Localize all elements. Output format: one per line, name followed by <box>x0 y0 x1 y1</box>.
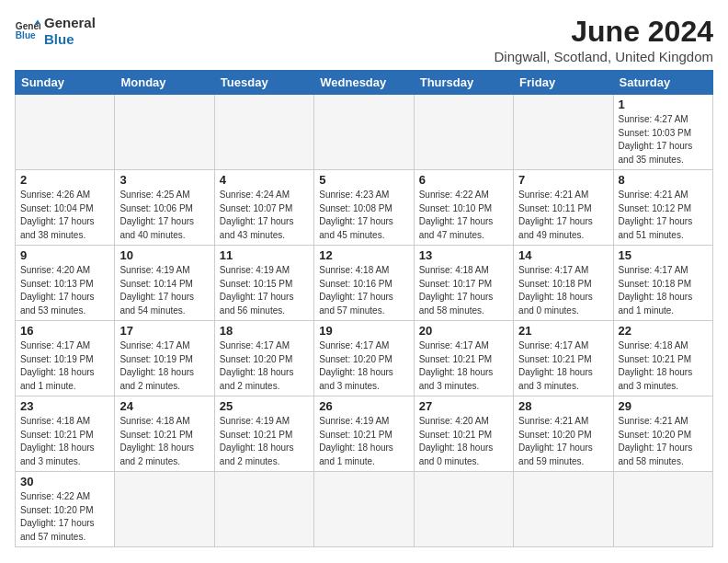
calendar-day-cell <box>115 472 214 547</box>
calendar-day-cell: 6Sunrise: 4:22 AM Sunset: 10:10 PM Dayli… <box>414 170 513 246</box>
day-number: 25 <box>220 399 309 413</box>
calendar-day-cell: 5Sunrise: 4:23 AM Sunset: 10:08 PM Dayli… <box>314 170 414 246</box>
calendar-day-cell: 20Sunrise: 4:17 AM Sunset: 10:21 PM Dayl… <box>414 321 513 396</box>
day-number: 9 <box>20 248 109 262</box>
calendar-week-row: 2Sunrise: 4:26 AM Sunset: 10:04 PM Dayli… <box>16 170 713 246</box>
day-info: Sunrise: 4:18 AM Sunset: 10:21 PM Daylig… <box>619 339 708 393</box>
calendar-day-cell <box>214 95 313 170</box>
day-info: Sunrise: 4:17 AM Sunset: 10:20 PM Daylig… <box>319 339 408 393</box>
day-number: 10 <box>119 248 209 262</box>
day-info: Sunrise: 4:17 AM Sunset: 10:18 PM Daylig… <box>518 264 608 317</box>
svg-text:Blue: Blue <box>16 30 36 40</box>
day-info: Sunrise: 4:25 AM Sunset: 10:06 PM Daylig… <box>119 189 209 242</box>
day-number: 23 <box>20 399 109 413</box>
day-info: Sunrise: 4:27 AM Sunset: 10:03 PM Daylig… <box>619 113 708 167</box>
column-header-sunday: Sunday <box>16 71 115 95</box>
column-header-friday: Friday <box>514 71 613 95</box>
calendar-day-cell <box>214 472 313 547</box>
day-number: 20 <box>419 324 508 338</box>
calendar-day-cell: 14Sunrise: 4:17 AM Sunset: 10:18 PM Dayl… <box>514 246 613 321</box>
calendar-day-cell: 16Sunrise: 4:17 AM Sunset: 10:19 PM Dayl… <box>16 321 115 396</box>
calendar-day-cell: 21Sunrise: 4:17 AM Sunset: 10:21 PM Dayl… <box>514 321 613 396</box>
calendar-table: SundayMondayTuesdayWednesdayThursdayFrid… <box>15 70 713 547</box>
calendar-day-cell: 1Sunrise: 4:27 AM Sunset: 10:03 PM Dayli… <box>613 95 712 170</box>
day-info: Sunrise: 4:17 AM Sunset: 10:21 PM Daylig… <box>518 339 608 393</box>
column-header-thursday: Thursday <box>414 71 513 95</box>
location: Dingwall, Scotland, United Kingdom <box>495 49 713 64</box>
day-number: 14 <box>518 248 608 262</box>
day-number: 7 <box>518 173 608 187</box>
day-number: 13 <box>419 248 508 262</box>
day-number: 6 <box>419 173 508 187</box>
column-header-saturday: Saturday <box>613 71 712 95</box>
day-number: 16 <box>20 324 109 338</box>
logo-icon: General Blue <box>15 18 40 44</box>
day-info: Sunrise: 4:17 AM Sunset: 10:19 PM Daylig… <box>119 339 209 393</box>
calendar-day-cell <box>314 472 414 547</box>
calendar-day-cell: 9Sunrise: 4:20 AM Sunset: 10:13 PM Dayli… <box>16 246 115 321</box>
day-number: 26 <box>319 399 408 413</box>
day-number: 11 <box>220 248 309 262</box>
day-number: 19 <box>319 324 408 338</box>
day-number: 28 <box>518 399 608 413</box>
day-number: 3 <box>119 173 209 187</box>
day-number: 2 <box>20 173 109 187</box>
calendar-day-cell: 3Sunrise: 4:25 AM Sunset: 10:06 PM Dayli… <box>115 170 214 246</box>
calendar-day-cell: 7Sunrise: 4:21 AM Sunset: 10:11 PM Dayli… <box>514 170 613 246</box>
day-info: Sunrise: 4:17 AM Sunset: 10:20 PM Daylig… <box>220 339 309 393</box>
column-header-wednesday: Wednesday <box>314 71 414 95</box>
day-number: 21 <box>518 324 608 338</box>
column-header-monday: Monday <box>115 71 214 95</box>
day-number: 30 <box>20 475 109 488</box>
calendar-week-row: 23Sunrise: 4:18 AM Sunset: 10:21 PM Dayl… <box>16 396 713 472</box>
calendar-day-cell: 2Sunrise: 4:26 AM Sunset: 10:04 PM Dayli… <box>16 170 115 246</box>
day-number: 5 <box>319 173 408 187</box>
calendar-day-cell: 30Sunrise: 4:22 AM Sunset: 10:20 PM Dayl… <box>16 472 115 547</box>
day-info: Sunrise: 4:24 AM Sunset: 10:07 PM Daylig… <box>220 189 309 242</box>
day-number: 27 <box>419 399 508 413</box>
calendar-day-cell <box>514 472 613 547</box>
title-block: June 2024 Dingwall, Scotland, United Kin… <box>495 15 713 64</box>
day-info: Sunrise: 4:19 AM Sunset: 10:14 PM Daylig… <box>119 264 209 317</box>
day-info: Sunrise: 4:18 AM Sunset: 10:21 PM Daylig… <box>119 415 209 468</box>
calendar-day-cell: 12Sunrise: 4:18 AM Sunset: 10:16 PM Dayl… <box>314 246 414 321</box>
calendar-week-row: 1Sunrise: 4:27 AM Sunset: 10:03 PM Dayli… <box>16 95 713 170</box>
calendar-day-cell: 24Sunrise: 4:18 AM Sunset: 10:21 PM Dayl… <box>115 396 214 472</box>
day-number: 4 <box>220 173 309 187</box>
calendar-day-cell: 4Sunrise: 4:24 AM Sunset: 10:07 PM Dayli… <box>214 170 313 246</box>
calendar-day-cell: 23Sunrise: 4:18 AM Sunset: 10:21 PM Dayl… <box>16 396 115 472</box>
logo-blue: Blue <box>44 31 96 48</box>
day-info: Sunrise: 4:21 AM Sunset: 10:11 PM Daylig… <box>518 189 608 242</box>
day-number: 8 <box>619 173 708 187</box>
calendar-day-cell <box>613 472 712 547</box>
calendar-day-cell <box>314 95 414 170</box>
calendar-day-cell: 29Sunrise: 4:21 AM Sunset: 10:20 PM Dayl… <box>613 396 712 472</box>
day-info: Sunrise: 4:21 AM Sunset: 10:20 PM Daylig… <box>619 415 708 468</box>
day-number: 24 <box>119 399 209 413</box>
calendar-day-cell: 18Sunrise: 4:17 AM Sunset: 10:20 PM Dayl… <box>214 321 313 396</box>
calendar-day-cell <box>16 95 115 170</box>
day-info: Sunrise: 4:20 AM Sunset: 10:21 PM Daylig… <box>419 415 508 468</box>
day-info: Sunrise: 4:26 AM Sunset: 10:04 PM Daylig… <box>20 189 109 242</box>
calendar-day-cell: 10Sunrise: 4:19 AM Sunset: 10:14 PM Dayl… <box>115 246 214 321</box>
day-info: Sunrise: 4:22 AM Sunset: 10:20 PM Daylig… <box>20 490 109 544</box>
day-info: Sunrise: 4:17 AM Sunset: 10:21 PM Daylig… <box>419 339 508 393</box>
day-info: Sunrise: 4:18 AM Sunset: 10:16 PM Daylig… <box>319 264 408 317</box>
calendar-day-cell: 27Sunrise: 4:20 AM Sunset: 10:21 PM Dayl… <box>414 396 513 472</box>
calendar-day-cell: 13Sunrise: 4:18 AM Sunset: 10:17 PM Dayl… <box>414 246 513 321</box>
page-header: General Blue General Blue June 2024 Ding… <box>15 15 713 64</box>
day-info: Sunrise: 4:23 AM Sunset: 10:08 PM Daylig… <box>319 189 408 242</box>
calendar-day-cell <box>414 472 513 547</box>
calendar-day-cell: 11Sunrise: 4:19 AM Sunset: 10:15 PM Dayl… <box>214 246 313 321</box>
day-number: 18 <box>220 324 309 338</box>
calendar-day-cell: 15Sunrise: 4:17 AM Sunset: 10:18 PM Dayl… <box>613 246 712 321</box>
day-number: 17 <box>119 324 209 338</box>
calendar-day-cell <box>414 95 513 170</box>
calendar-day-cell <box>514 95 613 170</box>
column-header-tuesday: Tuesday <box>214 71 313 95</box>
day-info: Sunrise: 4:18 AM Sunset: 10:21 PM Daylig… <box>20 415 109 468</box>
day-info: Sunrise: 4:21 AM Sunset: 10:20 PM Daylig… <box>518 415 608 468</box>
day-number: 22 <box>619 324 708 338</box>
calendar-week-row: 16Sunrise: 4:17 AM Sunset: 10:19 PM Dayl… <box>16 321 713 396</box>
calendar-day-cell: 28Sunrise: 4:21 AM Sunset: 10:20 PM Dayl… <box>514 396 613 472</box>
